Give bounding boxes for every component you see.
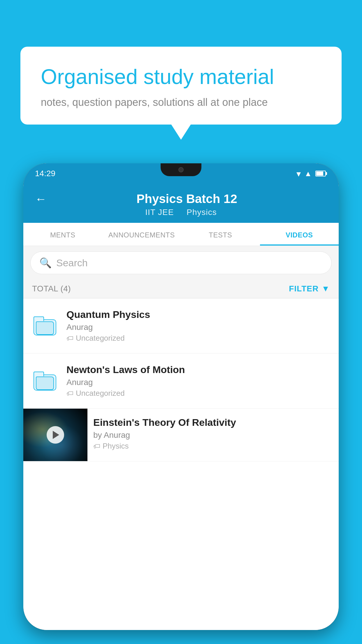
status-icons	[296, 169, 327, 179]
speech-bubble: Organised study material notes, question…	[20, 47, 342, 125]
search-bar[interactable]: 🔍 Search	[30, 251, 332, 274]
item-title: Einstein's Theory Of Relativity	[93, 417, 333, 428]
video-thumbnail	[23, 409, 87, 461]
status-time: 14:29	[35, 169, 55, 178]
phone-frame: 14:29 ← Physics Batch 12 IIT JEE	[23, 163, 339, 630]
folder-icon	[34, 316, 57, 335]
notch	[161, 163, 201, 176]
play-button[interactable]	[47, 426, 64, 444]
subtitle-physics: Physics	[187, 208, 217, 217]
item-author: Anurag	[66, 323, 330, 332]
search-bar-wrapper: 🔍 Search	[23, 246, 339, 279]
list-item[interactable]: Quantum Physics Anurag 🏷 Uncategorized	[23, 298, 339, 354]
list-item[interactable]: Newton's Laws of Motion Anurag 🏷 Uncateg…	[23, 354, 339, 409]
signal-icon	[304, 169, 312, 178]
item-tag: 🏷 Uncategorized	[66, 334, 330, 343]
tag-label: Uncategorized	[76, 389, 125, 398]
folder-icon-wrapper	[32, 368, 58, 394]
tag-label: Uncategorized	[76, 334, 125, 343]
back-button[interactable]: ←	[35, 192, 47, 206]
subtitle-iitjee: IIT JEE	[145, 208, 174, 217]
item-title: Quantum Physics	[66, 309, 330, 320]
play-icon	[53, 431, 59, 439]
tag-icon: 🏷	[66, 334, 73, 342]
tab-announcements[interactable]: ANNOUNCEMENTS	[102, 223, 181, 246]
phone-screen: 14:29 ← Physics Batch 12 IIT JEE	[23, 163, 339, 630]
folder-icon-wrapper	[32, 313, 58, 339]
item-info: Newton's Laws of Motion Anurag 🏷 Uncateg…	[66, 364, 330, 398]
battery-icon	[315, 171, 327, 176]
tab-ments[interactable]: MENTS	[23, 223, 102, 246]
status-bar: 14:29	[23, 163, 339, 184]
speech-bubble-subtext: notes, question papers, solutions all at…	[41, 96, 321, 108]
header-row: ← Physics Batch 12	[35, 192, 327, 206]
item-tag: 🏷 Uncategorized	[66, 389, 330, 398]
tag-label: Physics	[103, 442, 129, 451]
item-tag: 🏷 Physics	[93, 442, 333, 451]
tag-icon: 🏷	[66, 389, 73, 398]
wifi-icon	[296, 169, 301, 179]
thumb-info: Einstein's Theory Of Relativity by Anura…	[87, 409, 339, 459]
header-subtitle: IIT JEE Physics	[145, 208, 217, 217]
tab-videos[interactable]: VIDEOS	[260, 223, 339, 246]
speech-bubble-wrapper: Organised study material notes, question…	[20, 47, 342, 125]
filter-icon: ▼	[321, 284, 330, 293]
camera	[178, 167, 184, 172]
search-placeholder: Search	[56, 257, 88, 269]
app-header: ← Physics Batch 12 IIT JEE Physics	[23, 184, 339, 223]
speech-bubble-heading: Organised study material	[41, 64, 321, 89]
filter-row: TOTAL (4) FILTER ▼	[23, 279, 339, 298]
tab-tests[interactable]: TESTS	[181, 223, 260, 246]
item-title: Newton's Laws of Motion	[66, 364, 330, 375]
tag-icon: 🏷	[93, 442, 100, 450]
item-info: Quantum Physics Anurag 🏷 Uncategorized	[66, 309, 330, 343]
list-container: Quantum Physics Anurag 🏷 Uncategorized	[23, 298, 339, 630]
item-author: by Anurag	[93, 430, 333, 440]
filter-label: FILTER	[289, 284, 319, 293]
item-author: Anurag	[66, 378, 330, 387]
list-item-video[interactable]: Einstein's Theory Of Relativity by Anura…	[23, 409, 339, 461]
total-count-label: TOTAL (4)	[32, 284, 71, 293]
tabs-bar: MENTS ANNOUNCEMENTS TESTS VIDEOS	[23, 223, 339, 246]
folder-icon	[34, 372, 57, 391]
filter-button[interactable]: FILTER ▼	[289, 284, 330, 293]
header-title: Physics Batch 12	[47, 192, 327, 206]
search-icon: 🔍	[39, 257, 52, 269]
